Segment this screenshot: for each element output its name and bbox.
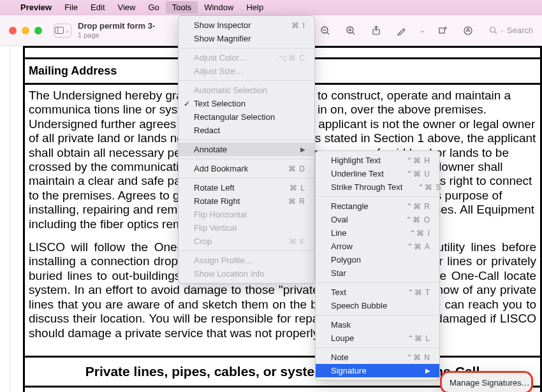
zoom-in-button[interactable] <box>341 23 360 38</box>
rotate-left-item[interactable]: Rotate Left⌘ L <box>179 181 314 194</box>
flip-horizontal-item: Flip Horizontal <box>179 208 314 221</box>
adjust-size-item: Adjust Size… <box>179 64 314 78</box>
show-inspector-item[interactable]: Show Inspector⌘ I <box>179 18 314 32</box>
mask-item[interactable]: Mask <box>316 318 439 331</box>
tools-dropdown: Show Inspector⌘ I Show Magnifier Adjust … <box>178 15 315 284</box>
underline-text-item[interactable]: Underline Text⌃⌘ U <box>316 167 439 180</box>
app-menu[interactable]: Preview <box>14 1 58 13</box>
close-button[interactable] <box>9 27 17 34</box>
rectangular-selection-item[interactable]: Rectangular Selection <box>179 110 314 124</box>
text-selection-item[interactable]: ✓Text Selection <box>179 97 314 110</box>
sidebar-toggle[interactable]: ⌄ <box>54 24 71 38</box>
add-bookmark-item[interactable]: Add Bookmark⌘ D <box>179 162 314 175</box>
adjust-color-item: Adjust Color…⌥⌘ C <box>179 51 314 64</box>
speech-bubble-item[interactable]: Speech Bubble <box>316 299 439 312</box>
file-menu[interactable]: File <box>58 1 84 13</box>
system-menubar: Preview File Edit View Go Tools Window H… <box>0 0 542 15</box>
view-menu[interactable]: View <box>112 1 142 13</box>
loupe-item[interactable]: Loupe⌃⌘ L <box>316 331 439 345</box>
oval-item[interactable]: Oval⌃⌘ O <box>316 213 439 226</box>
arrow-item[interactable]: Arrow⌃⌘ A <box>316 240 439 253</box>
document-subtitle: 1 page <box>78 31 155 39</box>
polygon-item[interactable]: Polygon <box>316 253 439 266</box>
svg-line-14 <box>495 32 497 34</box>
svg-line-3 <box>327 33 329 34</box>
highlight-text-item[interactable]: Highlight Text⌃⌘ H <box>316 154 439 167</box>
share-button[interactable] <box>367 23 386 38</box>
tools-menu[interactable]: Tools <box>166 1 198 13</box>
redact-item[interactable]: Redact <box>179 124 314 137</box>
zoom-button[interactable] <box>34 27 42 34</box>
search-field[interactable]: ⌄ Search <box>484 25 533 35</box>
text-item[interactable]: Text⌃⌘ T <box>316 286 439 299</box>
svg-line-6 <box>353 33 355 34</box>
svg-point-13 <box>490 27 495 33</box>
signature-submenu: Manage Signatures… <box>440 371 533 392</box>
rotate-button[interactable] <box>433 23 452 38</box>
automatic-selection-item: Automatic Selection <box>179 83 314 97</box>
strike-text-item[interactable]: Strike Through Text⌃⌘ S <box>316 180 439 194</box>
window-controls <box>9 27 42 34</box>
document-title: Drop permit form 3- <box>78 22 155 31</box>
annotate-submenu: Highlight Text⌃⌘ H Underline Text⌃⌘ U St… <box>315 150 440 381</box>
star-item[interactable]: Star <box>316 266 439 280</box>
show-location-info-item: Show Location Info <box>179 267 314 280</box>
zoom-out-button[interactable] <box>316 23 335 38</box>
search-placeholder: Search <box>507 25 533 35</box>
sidebar-icon <box>55 27 64 34</box>
help-menu[interactable]: Help <box>240 1 270 13</box>
line-item[interactable]: Line⌃⌘ I <box>316 226 439 240</box>
window-menu[interactable]: Window <box>198 1 240 13</box>
crop-item: Crop⌘ K <box>179 235 314 248</box>
edit-menu[interactable]: Edit <box>84 1 111 13</box>
highlight-dropdown[interactable]: ⌄ <box>418 23 427 38</box>
flip-vertical-item: Flip Vertical <box>179 221 314 235</box>
minimize-button[interactable] <box>22 27 29 34</box>
svg-rect-0 <box>55 27 64 34</box>
rotate-right-item[interactable]: Rotate Right⌘ R <box>179 194 314 208</box>
go-menu[interactable]: Go <box>142 1 165 13</box>
show-magnifier-item[interactable]: Show Magnifier <box>179 32 314 45</box>
assign-profile-item: Assign Profile… <box>179 254 314 267</box>
manage-signatures-item[interactable]: Manage Signatures… <box>446 375 527 389</box>
markup-button[interactable] <box>458 23 478 38</box>
title-area: Drop permit form 3- 1 page <box>78 22 155 38</box>
svg-rect-11 <box>439 28 444 33</box>
highlight-button[interactable] <box>392 23 411 38</box>
note-item[interactable]: Note⌃⌘ N <box>316 351 439 364</box>
annotate-item[interactable]: Annotate▶ <box>179 143 314 156</box>
rectangle-item[interactable]: Rectangle⌃⌘ R <box>316 200 439 213</box>
search-icon <box>489 26 497 34</box>
signature-item[interactable]: Signature▶ <box>316 364 439 377</box>
